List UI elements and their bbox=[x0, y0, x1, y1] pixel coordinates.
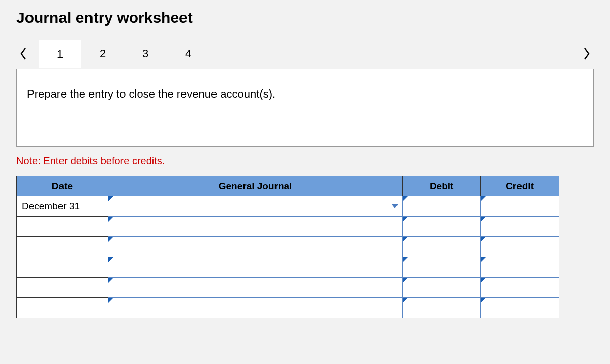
instruction-box: Prepare the entry to close the revenue a… bbox=[16, 69, 594, 147]
date-cell[interactable] bbox=[17, 237, 108, 257]
journal-table: Date General Journal Debit Credit Decemb… bbox=[16, 176, 559, 318]
editable-marker-icon bbox=[108, 298, 113, 303]
credit-cell[interactable] bbox=[481, 257, 559, 278]
instruction-text: Prepare the entry to close the revenue a… bbox=[27, 87, 276, 100]
table-row bbox=[17, 257, 559, 278]
date-cell[interactable] bbox=[17, 298, 108, 318]
editable-marker-icon bbox=[108, 257, 113, 262]
table-row: December 31 bbox=[17, 196, 559, 217]
editable-marker-icon bbox=[403, 257, 408, 262]
svg-marker-0 bbox=[392, 204, 398, 208]
credit-cell[interactable] bbox=[481, 217, 559, 237]
editable-marker-icon bbox=[481, 196, 486, 201]
general-journal-cell[interactable] bbox=[108, 278, 402, 298]
tab-3[interactable]: 3 bbox=[124, 40, 167, 68]
table-row bbox=[17, 298, 559, 318]
editable-marker-icon bbox=[481, 257, 486, 262]
editable-marker-icon bbox=[108, 196, 113, 201]
date-cell[interactable]: December 31 bbox=[17, 196, 108, 217]
dropdown-arrow-icon[interactable] bbox=[388, 197, 401, 215]
debit-cell[interactable] bbox=[403, 217, 481, 237]
credit-cell[interactable] bbox=[481, 196, 559, 217]
chevron-left-icon bbox=[19, 47, 27, 60]
date-cell[interactable] bbox=[17, 257, 108, 278]
general-journal-cell[interactable] bbox=[108, 257, 402, 278]
table-row bbox=[17, 237, 559, 257]
credit-cell[interactable] bbox=[481, 237, 559, 257]
editable-marker-icon bbox=[481, 217, 486, 222]
tab-1[interactable]: 1 bbox=[39, 40, 81, 68]
column-header-date: Date bbox=[17, 176, 108, 196]
editable-marker-icon bbox=[403, 298, 408, 303]
general-journal-cell[interactable] bbox=[108, 217, 402, 237]
next-entry-button[interactable] bbox=[580, 47, 594, 60]
column-header-credit: Credit bbox=[481, 176, 559, 196]
general-journal-cell[interactable] bbox=[108, 237, 402, 257]
editable-marker-icon bbox=[481, 278, 486, 283]
general-journal-cell[interactable] bbox=[108, 196, 402, 217]
column-header-debit: Debit bbox=[403, 176, 481, 196]
credit-cell[interactable] bbox=[481, 278, 559, 298]
tab-row: 1234 bbox=[16, 39, 594, 69]
debit-cell[interactable] bbox=[403, 237, 481, 257]
editable-marker-icon bbox=[108, 237, 113, 242]
editable-marker-icon bbox=[481, 298, 486, 303]
chevron-right-icon bbox=[583, 47, 591, 60]
date-cell[interactable] bbox=[17, 278, 108, 298]
table-row bbox=[17, 278, 559, 298]
tabs-container: 1234 bbox=[39, 40, 209, 68]
credit-cell[interactable] bbox=[481, 298, 559, 318]
editable-marker-icon bbox=[403, 196, 408, 201]
general-journal-cell[interactable] bbox=[108, 298, 402, 318]
tab-2[interactable]: 2 bbox=[81, 40, 124, 68]
date-cell[interactable] bbox=[17, 217, 108, 237]
prev-entry-button[interactable] bbox=[16, 47, 30, 60]
editable-marker-icon bbox=[403, 237, 408, 242]
debit-cell[interactable] bbox=[403, 257, 481, 278]
editable-marker-icon bbox=[108, 217, 113, 222]
page-title: Journal entry worksheet bbox=[16, 9, 594, 26]
editable-marker-icon bbox=[108, 278, 113, 283]
debit-cell[interactable] bbox=[403, 278, 481, 298]
debit-cell[interactable] bbox=[403, 298, 481, 318]
tab-4[interactable]: 4 bbox=[167, 40, 209, 68]
debit-cell[interactable] bbox=[403, 196, 481, 217]
editable-marker-icon bbox=[403, 217, 408, 222]
table-row bbox=[17, 217, 559, 237]
note-text: Note: Enter debits before credits. bbox=[16, 155, 594, 167]
column-header-journal: General Journal bbox=[108, 176, 402, 196]
editable-marker-icon bbox=[403, 278, 408, 283]
editable-marker-icon bbox=[481, 237, 486, 242]
